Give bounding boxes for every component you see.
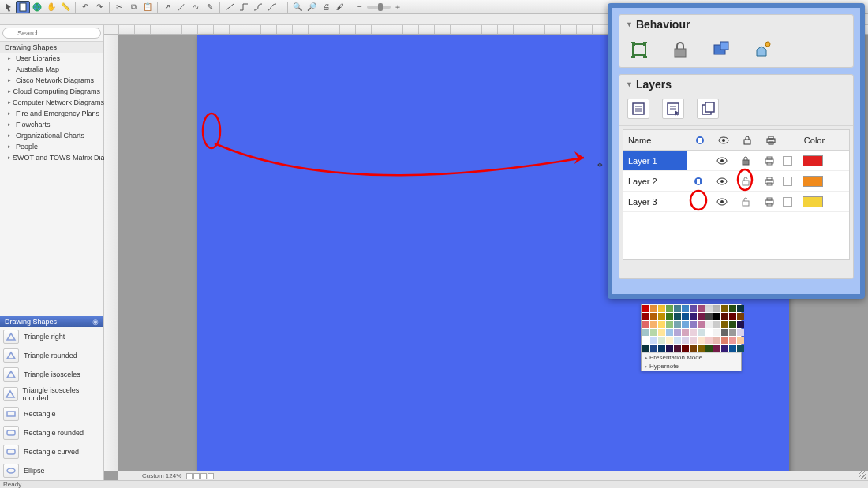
color-swatch[interactable] — [674, 329, 681, 336]
layer-lock-cell[interactable] — [734, 176, 758, 187]
arrow-tool[interactable]: ↗ — [160, 1, 174, 13]
close-icon[interactable]: ◉ — [92, 318, 99, 326]
library-item[interactable]: Australia Map — [0, 64, 103, 75]
swatch-grid[interactable] — [642, 304, 741, 352]
color-swatch[interactable] — [729, 329, 736, 336]
layer-print-cell[interactable] — [758, 155, 781, 166]
lock-icon[interactable] — [668, 39, 692, 61]
layer-lock-cell[interactable] — [734, 155, 758, 166]
color-swatch[interactable] — [674, 321, 681, 328]
layer-color-swatch[interactable] — [793, 176, 832, 187]
zoom-plus[interactable]: ＋ — [391, 1, 405, 13]
color-swatch[interactable] — [650, 313, 657, 320]
color-swatch[interactable] — [713, 337, 720, 344]
color-swatch[interactable] — [642, 305, 649, 312]
color-swatch[interactable] — [737, 337, 744, 344]
shape-item[interactable]: Ellipse — [0, 461, 103, 480]
color-swatch[interactable] — [642, 337, 649, 344]
library-item[interactable]: People — [0, 141, 103, 152]
shape-item[interactable]: Triangle right — [0, 327, 103, 346]
color-swatch[interactable] — [642, 321, 649, 328]
zoom-step-btn[interactable] — [208, 473, 214, 479]
layer-lock-cell[interactable] — [734, 196, 758, 207]
shape-item[interactable]: Triangle isosceles rounded — [0, 384, 103, 404]
color-swatch[interactable] — [682, 313, 689, 320]
color-swatch[interactable] — [737, 345, 744, 352]
line-tool[interactable]: ／ — [174, 1, 189, 13]
library-item[interactable]: User Libraries — [0, 53, 103, 64]
library-item[interactable]: Flowcharts — [0, 119, 103, 130]
color-swatch[interactable] — [698, 337, 705, 344]
color-swatch[interactable] — [729, 337, 736, 344]
color-swatch[interactable] — [705, 313, 713, 320]
select-layer-button[interactable] — [662, 99, 684, 119]
color-swatch[interactable] — [682, 329, 689, 336]
color-swatch[interactable] — [690, 313, 697, 320]
color-swatch[interactable] — [658, 321, 665, 328]
color-swatch[interactable] — [666, 345, 673, 352]
color-swatch[interactable] — [721, 313, 728, 320]
format-painter[interactable]: 🖌 — [333, 1, 347, 13]
layer-row[interactable]: Layer 2 — [623, 171, 849, 192]
ruler-tool[interactable]: 📏 — [58, 1, 73, 13]
color-swatch[interactable] — [721, 337, 728, 344]
color-swatch[interactable] — [642, 329, 649, 336]
color-swatch[interactable] — [666, 321, 673, 328]
color-swatch[interactable] — [666, 305, 673, 312]
color-swatch[interactable] — [705, 321, 713, 328]
color-swatch[interactable] — [682, 305, 689, 312]
zoom-slider[interactable] — [367, 6, 391, 9]
color-swatch[interactable] — [666, 337, 673, 344]
shape-item[interactable]: Triangle isosceles — [0, 365, 103, 384]
color-swatch[interactable] — [666, 329, 673, 336]
curve-tool[interactable]: ∿ — [189, 1, 203, 13]
layer-visible-cell[interactable] — [710, 196, 734, 207]
library-search-input[interactable] — [2, 28, 101, 39]
color-swatch[interactable] — [682, 321, 689, 328]
color-swatch[interactable] — [642, 313, 649, 320]
library-item[interactable]: Cisco Network Diagrams — [0, 75, 103, 86]
color-swatch[interactable] — [658, 305, 665, 312]
color-swatch[interactable] — [674, 313, 681, 320]
color-swatch[interactable] — [690, 305, 697, 312]
color-swatch[interactable] — [658, 313, 665, 320]
undo-button[interactable]: ↶ — [78, 1, 92, 13]
color-swatch[interactable] — [729, 321, 736, 328]
container-icon[interactable] — [750, 39, 774, 61]
connector-tool-1[interactable] — [223, 1, 237, 13]
color-swatch[interactable] — [698, 329, 705, 336]
cut-button[interactable]: ✂ — [112, 1, 126, 13]
hypernote-item[interactable]: Hypernote — [642, 362, 741, 371]
color-swatch[interactable] — [698, 313, 705, 320]
color-swatch[interactable] — [674, 345, 681, 352]
library-item[interactable]: Fire and Emergency Plans — [0, 108, 103, 119]
color-swatch[interactable] — [705, 337, 713, 344]
color-swatch[interactable] — [650, 305, 657, 312]
resize-icon[interactable] — [627, 39, 651, 61]
page-tool[interactable] — [16, 1, 30, 13]
color-swatch[interactable] — [698, 305, 705, 312]
color-swatch[interactable] — [713, 313, 720, 320]
color-swatch[interactable] — [642, 345, 649, 352]
layer-print-cell[interactable] — [758, 196, 781, 207]
color-swatch[interactable] — [737, 329, 744, 336]
color-swatch[interactable] — [690, 337, 697, 344]
layer-row[interactable]: Layer 3 — [623, 192, 849, 212]
layer-print-cell[interactable] — [758, 176, 781, 187]
globe-tool[interactable] — [30, 1, 44, 13]
snap-icon[interactable] — [709, 39, 733, 61]
zoom-out-button[interactable]: 🔎 — [305, 1, 319, 13]
color-swatch[interactable] — [721, 321, 728, 328]
layer-color-swatch[interactable] — [793, 155, 832, 166]
shape-item[interactable]: Triangle rounded — [0, 346, 103, 365]
library-item[interactable]: SWOT and TOWS Matrix Diagrams — [0, 152, 103, 163]
layer-row[interactable]: Layer 1 — [623, 151, 849, 171]
zoom-step-btn[interactable] — [200, 473, 207, 479]
zoom-minus[interactable]: − — [353, 1, 367, 13]
print-button[interactable]: 🖨 — [319, 1, 333, 13]
color-swatch[interactable] — [682, 345, 689, 352]
color-swatch[interactable] — [698, 321, 705, 328]
color-swatch[interactable] — [698, 345, 705, 352]
zoom-step-btn[interactable] — [186, 473, 193, 479]
color-swatch[interactable] — [729, 345, 736, 352]
